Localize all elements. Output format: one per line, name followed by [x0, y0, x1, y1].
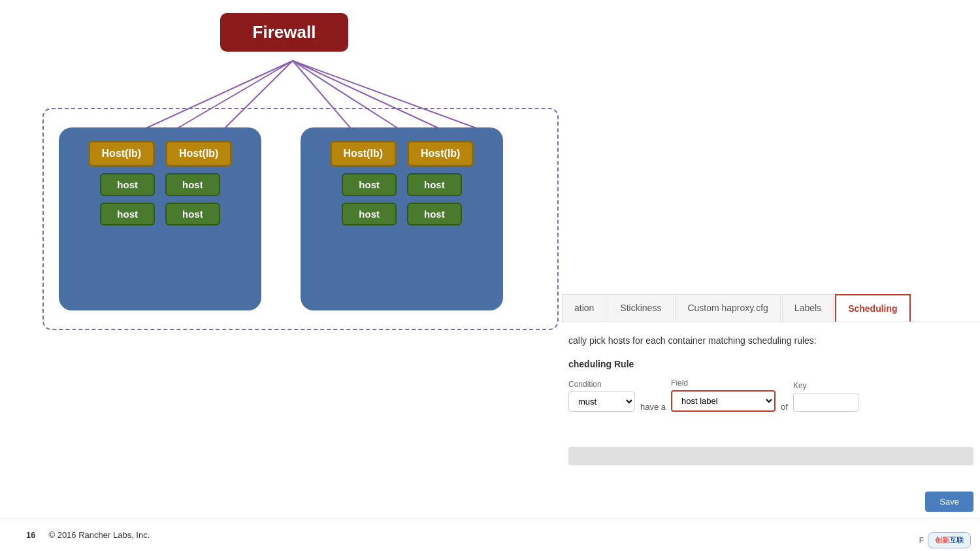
gray-divider: [568, 447, 973, 465]
host-group-left: Host(lb) Host(lb) host host host host: [59, 127, 261, 310]
tab-labels[interactable]: Labels: [782, 294, 834, 322]
condition-select[interactable]: must must not should should not: [568, 392, 635, 412]
logo-box: 创新互联: [928, 532, 971, 548]
host-box-right-3: host: [342, 203, 397, 225]
firewall-box: Firewall: [220, 13, 349, 52]
copyright-text: © 2016 Rancher Labs, Inc.: [48, 530, 150, 540]
tabs-row: ation Stickiness Custom haproxy.cfg Labe…: [562, 294, 980, 322]
host-lb-box-left-2: Host(lb): [165, 141, 232, 167]
page-number: 16: [26, 530, 35, 540]
host-row-right-2: host host: [342, 203, 461, 225]
host-box-right-2: host: [407, 173, 462, 196]
field-select[interactable]: host label container label host region z…: [671, 390, 776, 412]
right-panel: ation Stickiness Custom haproxy.cfg Labe…: [562, 0, 980, 551]
host-row-left-2: host host: [100, 203, 220, 225]
of-text: of: [781, 402, 788, 412]
scheduling-content: cally pick hosts for each container matc…: [562, 322, 980, 427]
host-lb-box-right-2: Host(lb): [407, 141, 474, 167]
firewall-label: Firewall: [253, 22, 316, 42]
host-box-right-4: host: [407, 203, 462, 225]
host-lb-box-left-1: Host(lb): [88, 141, 155, 167]
tab-stickiness[interactable]: Stickiness: [608, 294, 674, 322]
save-button[interactable]: Save: [925, 492, 973, 512]
footer: 16 © 2016 Rancher Labs, Inc. F 创新互联: [0, 518, 980, 551]
scheduling-description: cally pick hosts for each container matc…: [568, 335, 973, 346]
field-col: Field host label container label host re…: [671, 378, 776, 412]
scheduling-rule-label: cheduling Rule: [568, 359, 973, 369]
bottom-buttons: Save: [925, 492, 973, 512]
have-a-text: have a: [640, 402, 666, 412]
host-box-right-1: host: [342, 173, 397, 196]
key-header: Key: [793, 381, 858, 390]
host-row-right-1: host host: [342, 173, 461, 196]
diagram-area: Firewall Host(lb) Host(lb) host host hos…: [0, 0, 568, 510]
tab-ation[interactable]: ation: [562, 294, 606, 322]
condition-col: Condition must must not should should no…: [568, 380, 635, 412]
tab-scheduling[interactable]: Scheduling: [835, 294, 910, 322]
key-input[interactable]: [793, 393, 858, 412]
host-box-left-4: host: [165, 203, 220, 225]
brand-initial: F: [919, 536, 924, 545]
host-box-left-3: host: [100, 203, 155, 225]
host-box-left-1: host: [100, 173, 155, 196]
host-lb-row-left: Host(lb) Host(lb): [88, 141, 233, 167]
key-col: Key: [793, 381, 858, 412]
tab-custom-haproxy[interactable]: Custom haproxy.cfg: [675, 294, 780, 322]
host-lb-row-right: Host(lb) Host(lb): [330, 141, 474, 167]
host-row-left-1: host host: [100, 173, 220, 196]
field-header: Field: [671, 378, 776, 388]
host-box-left-2: host: [165, 173, 220, 196]
host-lb-box-right-1: Host(lb): [330, 141, 397, 167]
condition-header: Condition: [568, 380, 635, 389]
host-group-right: Host(lb) Host(lb) host host host host: [301, 127, 503, 310]
